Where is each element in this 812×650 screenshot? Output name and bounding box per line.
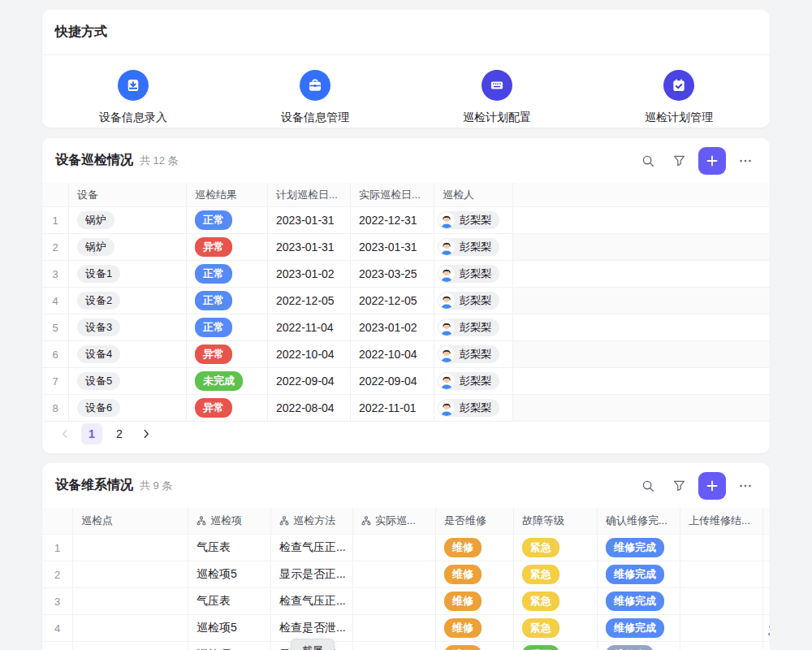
shortcuts-card: 快捷方式 设备信息录入 设备信息管理 巡检计划配置 巡检计划管理 xyxy=(42,10,770,128)
row-number: 7 xyxy=(42,368,69,394)
person-name: 彭梨梨 xyxy=(460,374,491,388)
tag-pill: 设备3 xyxy=(77,318,120,336)
planned-date-cell: 2022-09-04 xyxy=(268,368,351,394)
table-row[interactable]: 8设备6异常2022-08-042022-11-01彭梨梨 xyxy=(42,395,770,422)
more-icon[interactable] xyxy=(734,150,757,172)
row-number: 1 xyxy=(42,207,69,233)
column-header: 是否维修 xyxy=(436,508,514,534)
calendar-check-icon[interactable] xyxy=(663,70,694,101)
person-name: 彭梨梨 xyxy=(460,240,491,254)
table-row[interactable]: 5设备3正常2022-11-042023-01-02彭梨梨 xyxy=(42,314,770,341)
table-row[interactable]: 3气压表检查气压正...维修紧急维修完成 xyxy=(42,588,770,615)
status-badge: 维修 xyxy=(444,645,482,650)
row-number: 8 xyxy=(42,395,69,421)
actual-cell xyxy=(353,588,436,614)
device-cell: 设备2 xyxy=(69,288,187,314)
status-badge: 正常 xyxy=(195,318,232,337)
repairer-cell xyxy=(763,642,770,650)
planned-date-cell: 2022-11-04 xyxy=(268,314,351,340)
confirm-cell: 维修完成 xyxy=(598,535,680,561)
next-page-icon[interactable] xyxy=(136,424,156,444)
result-cell: 正常 xyxy=(187,314,268,340)
column-header xyxy=(42,508,73,534)
filter-icon[interactable] xyxy=(667,474,690,497)
add-record-button[interactable] xyxy=(698,472,726,500)
repairer-cell xyxy=(763,615,770,641)
page-number-1[interactable]: 1 xyxy=(81,423,102,444)
planned-date-cell: 2022-08-04 xyxy=(268,395,351,421)
keyboard-icon[interactable] xyxy=(482,70,512,101)
table-row[interactable]: 7设备5未完成2022-09-042022-09-04彭梨梨 xyxy=(42,368,770,395)
person-name: 彭梨梨 xyxy=(460,293,491,308)
table-row[interactable]: 1锅炉正常2023-01-312022-12-31彭梨梨 xyxy=(42,207,770,234)
row-number: 1 xyxy=(42,535,73,561)
method-cell: 检查是否泄... xyxy=(271,615,353,641)
table-row[interactable]: 4巡检项5检查是否泄...维修紧急维修完成 xyxy=(42,615,770,642)
inspection-card: 设备巡检情况 共 12 条 设备巡检结果计划巡检日...实际巡检日...巡检人1… xyxy=(42,138,770,453)
column-header xyxy=(42,183,69,206)
filter-icon[interactable] xyxy=(667,150,690,172)
repair-cell: 维修 xyxy=(436,588,514,614)
avatar xyxy=(438,319,455,336)
confirm-cell: 维修完成 xyxy=(598,615,680,641)
shortcut-device-entry[interactable]: 设备信息录入 xyxy=(42,70,224,125)
add-record-button[interactable] xyxy=(698,147,726,175)
shortcut-device-manage[interactable]: 设备信息管理 xyxy=(224,70,406,125)
confirm-cell: 维修完成 xyxy=(598,561,680,587)
person-pill: 彭梨梨 xyxy=(438,265,499,283)
person-name: 彭梨梨 xyxy=(460,320,491,335)
status-badge: 异常 xyxy=(195,237,232,257)
row-number: 2 xyxy=(42,561,73,587)
table-row[interactable]: 1气压表检查气压正...维修紧急维修完成 xyxy=(42,535,770,561)
person-pill: 彭梨梨 xyxy=(438,318,499,336)
confirm-cell: 维修中 xyxy=(598,642,680,650)
table-row[interactable]: 4设备2正常2022-12-052022-12-05彭梨梨 xyxy=(42,288,770,314)
more-icon[interactable] xyxy=(734,474,757,497)
avatar xyxy=(438,346,455,362)
actual-date-cell: 2023-01-31 xyxy=(351,234,434,260)
maintenance-table: 巡检点巡检项巡检方法实际巡...是否维修故障等级确认维修完...上传维修结...… xyxy=(42,508,770,650)
empty-cell xyxy=(513,207,770,233)
table-row[interactable]: 3设备1正常2023-01-022023-03-25彭梨梨 xyxy=(42,261,770,288)
person-pill: 彭梨梨 xyxy=(438,211,499,229)
column-header: 设备 xyxy=(69,183,187,206)
device-cell: 设备5 xyxy=(69,368,187,394)
shortcut-plan-manage[interactable]: 巡检计划管理 xyxy=(588,70,770,125)
item-cell: 巡检项5 xyxy=(188,642,271,650)
table-row[interactable]: 5巡检项5显示是否正...维修重要维修中 xyxy=(42,642,770,650)
upload-cell xyxy=(680,535,763,561)
search-icon[interactable] xyxy=(637,150,659,172)
level-cell: 紧急 xyxy=(514,588,598,614)
briefcase-icon[interactable] xyxy=(300,70,330,101)
prev-page-icon[interactable] xyxy=(55,424,75,444)
shortcut-plan-config[interactable]: 巡检计划配置 xyxy=(406,70,588,125)
avatar xyxy=(765,620,770,636)
table-row[interactable]: 2锅炉异常2023-01-312023-01-31彭梨梨 xyxy=(42,234,770,261)
result-cell: 未完成 xyxy=(187,368,268,394)
table-header-row: 设备巡检结果计划巡检日...实际巡检日...巡检人 xyxy=(42,183,770,207)
status-badge: 紧急 xyxy=(522,592,559,611)
status-badge: 维修完成 xyxy=(606,618,664,638)
column-header: 巡检项 xyxy=(188,508,271,534)
device-entry-icon[interactable] xyxy=(118,70,149,101)
shortcut-label: 设备信息管理 xyxy=(281,110,349,125)
shortcut-label: 巡检计划管理 xyxy=(645,110,713,125)
repairer-cell xyxy=(763,535,770,561)
device-cell: 设备6 xyxy=(69,395,187,421)
upload-cell xyxy=(680,561,763,587)
search-icon[interactable] xyxy=(637,474,659,497)
page-number-2[interactable]: 2 xyxy=(109,423,130,444)
table-row[interactable]: 6设备4异常2022-10-042022-10-04彭梨梨 xyxy=(42,341,770,368)
shortcut-label: 巡检计划配置 xyxy=(463,110,531,125)
device-cell: 设备1 xyxy=(69,261,187,287)
actual-cell xyxy=(353,642,436,650)
row-number: 3 xyxy=(42,588,73,614)
inspector-cell: 彭梨梨 xyxy=(434,395,513,421)
upload-cell xyxy=(680,615,763,641)
empty-cell xyxy=(513,395,770,421)
pagination: 12 xyxy=(55,422,156,445)
table-row[interactable]: 2巡检项5显示是否正...维修紧急维修完成 xyxy=(42,561,770,588)
actual-date-cell: 2022-12-31 xyxy=(351,207,434,233)
tag-pill: 锅炉 xyxy=(77,211,114,229)
device-cell: 锅炉 xyxy=(69,207,187,233)
